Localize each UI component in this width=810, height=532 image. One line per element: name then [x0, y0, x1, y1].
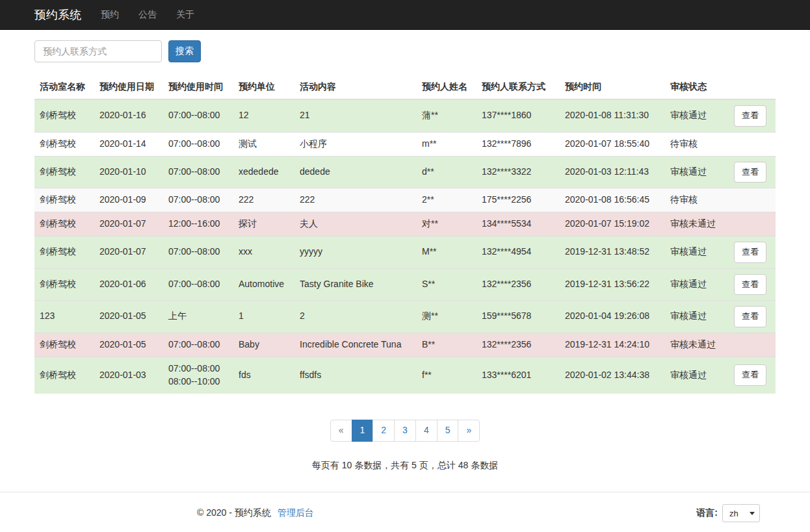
- cell-booked-at: 2020-01-08 16:56:45: [560, 188, 665, 212]
- cell-content: Tasty Granite Bike: [294, 268, 417, 301]
- language-label: 语言:: [696, 507, 718, 519]
- nav-menu: 预约公告关于: [91, 9, 204, 21]
- search-button[interactable]: 搜索: [168, 40, 201, 62]
- cell-action: 查看: [725, 156, 776, 188]
- cell-time: 上午: [163, 301, 233, 333]
- cell-content: 21: [294, 99, 417, 132]
- cell-phone: 132****2356: [477, 333, 560, 357]
- cell-date: 2020-01-14: [94, 132, 163, 156]
- cell-name: B**: [417, 333, 477, 357]
- nav-link-about[interactable]: 关于: [166, 9, 204, 21]
- table-row: 剑桥驾校2020-01-1007:00--08:00xedededededede…: [34, 156, 776, 188]
- nav-link-reserve[interactable]: 预约: [91, 9, 129, 21]
- cell-status: 待审核: [665, 132, 725, 156]
- page-3[interactable]: 3: [395, 420, 416, 442]
- page-prev-link: «: [330, 420, 352, 442]
- cell-booked-at: 2020-01-08 11:31:30: [560, 99, 665, 132]
- navbar: 预约系统 预约公告关于: [0, 0, 810, 30]
- cell-content: ffsdfs: [294, 357, 417, 393]
- cell-booked-at: 2019-12-31 13:56:22: [560, 268, 665, 301]
- cell-content: Incredible Concrete Tuna: [294, 333, 417, 357]
- cell-booked-at: 2020-01-07 18:55:40: [560, 132, 665, 156]
- nav-item-notice[interactable]: 公告: [129, 9, 166, 21]
- page-5[interactable]: 5: [438, 420, 459, 442]
- table-row: 剑桥驾校2020-01-0307:00--08:00 08:00--10:00f…: [34, 357, 776, 393]
- table-row: 剑桥驾校2020-01-0707:00--08:00xxxyyyyyM**132…: [34, 236, 776, 269]
- brand[interactable]: 预约系统: [25, 7, 91, 23]
- view-button[interactable]: 查看: [734, 274, 766, 296]
- cell-unit: Automotive: [233, 268, 294, 301]
- cell-room: 剑桥驾校: [34, 357, 94, 393]
- language-select[interactable]: zh: [722, 504, 760, 522]
- cell-time: 07:00--08:00: [163, 236, 233, 269]
- page-next-link[interactable]: »: [458, 420, 480, 442]
- cell-name: 蒲**: [417, 99, 477, 132]
- cell-action: [725, 212, 776, 236]
- page-1-link[interactable]: 1: [352, 420, 374, 442]
- main-content: 搜索 活动室名称预约使用日期预约使用时间预约单位活动内容预约人姓名预约人联系方式…: [25, 40, 785, 472]
- cell-status: 审核通过: [665, 156, 725, 188]
- column-header: 预约使用时间: [163, 75, 233, 99]
- cell-content: 小程序: [294, 132, 417, 156]
- cell-time: 07:00--08:00: [163, 132, 233, 156]
- cell-action: 查看: [725, 99, 776, 132]
- table-row: 剑桥驾校2020-01-0507:00--08:00BabyIncredible…: [34, 333, 776, 357]
- cell-name: M**: [417, 236, 477, 269]
- cell-status: 审核未通过: [665, 333, 725, 357]
- cell-time: 12:00--16:00: [163, 212, 233, 236]
- cell-date: 2020-01-06: [94, 268, 163, 301]
- view-button[interactable]: 查看: [734, 364, 766, 386]
- nav-link-notice[interactable]: 公告: [129, 9, 166, 21]
- page-3-link[interactable]: 3: [394, 420, 416, 442]
- cell-unit: 222: [233, 188, 294, 212]
- cell-action: 查看: [725, 357, 776, 393]
- cell-status: 待审核: [665, 188, 725, 212]
- cell-content: 222: [294, 188, 417, 212]
- cell-phone: 132****3322: [477, 156, 560, 188]
- page-5-link[interactable]: 5: [437, 420, 459, 442]
- cell-date: 2020-01-03: [94, 357, 163, 393]
- page-next[interactable]: »: [458, 420, 480, 442]
- view-button[interactable]: 查看: [734, 105, 766, 127]
- cell-action: [725, 333, 776, 357]
- page-4-link[interactable]: 4: [415, 420, 438, 442]
- cell-phone: 159****5678: [477, 301, 560, 333]
- nav-item-about[interactable]: 关于: [166, 9, 204, 21]
- cell-unit: xxx: [233, 236, 294, 269]
- view-button[interactable]: 查看: [734, 242, 766, 263]
- cell-time: 07:00--08:00: [163, 188, 233, 212]
- cell-date: 2020-01-16: [94, 99, 163, 132]
- cell-action: [725, 188, 776, 212]
- cell-phone: 132****7896: [477, 132, 560, 156]
- view-button[interactable]: 查看: [734, 306, 766, 327]
- language-select-wrap: zh: [722, 504, 760, 522]
- cell-content: dedede: [294, 156, 417, 188]
- search-input[interactable]: [34, 40, 162, 62]
- cell-name: m**: [417, 132, 477, 156]
- table-body: 剑桥驾校2020-01-1607:00--08:001221蒲**137****…: [34, 99, 776, 394]
- cell-time: 07:00--08:00: [163, 99, 233, 132]
- page-1[interactable]: 1: [352, 420, 374, 442]
- table-row: 剑桥驾校2020-01-0712:00--16:00探讨夫人对**134****…: [34, 212, 776, 236]
- column-header: 预约时间: [560, 75, 665, 99]
- admin-link[interactable]: 管理后台: [278, 507, 314, 519]
- page-4[interactable]: 4: [416, 420, 438, 442]
- cell-content: 2: [294, 301, 417, 333]
- cell-room: 剑桥驾校: [34, 156, 94, 188]
- view-button[interactable]: 查看: [734, 162, 766, 183]
- cell-phone: 132****4954: [477, 236, 560, 269]
- cell-status: 审核通过: [665, 357, 725, 393]
- cell-content: yyyyy: [294, 236, 417, 269]
- cell-booked-at: 2020-01-02 13:44:38: [560, 357, 665, 393]
- cell-room: 剑桥驾校: [34, 132, 94, 156]
- cell-content: 夫人: [294, 212, 417, 236]
- page-2-link[interactable]: 2: [372, 420, 395, 442]
- pagination-container: «12345»: [34, 420, 776, 442]
- column-header: 预约单位: [233, 75, 294, 99]
- nav-item-reserve[interactable]: 预约: [91, 9, 129, 21]
- page-2[interactable]: 2: [373, 420, 395, 442]
- cell-unit: fds: [233, 357, 294, 393]
- cell-action: 查看: [725, 236, 776, 269]
- cell-time: 07:00--08:00: [163, 156, 233, 188]
- footer: © 2020 - 预约系统 管理后台 语言: zh: [0, 492, 810, 532]
